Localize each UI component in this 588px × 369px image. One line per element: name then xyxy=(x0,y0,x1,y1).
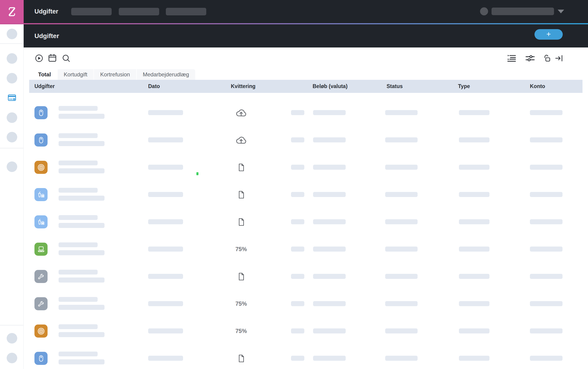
column-header-status[interactable]: Status xyxy=(387,80,403,93)
page-header: Udgifter + xyxy=(24,24,588,48)
skeleton-amount-bar xyxy=(313,165,346,170)
table-row[interactable] xyxy=(24,263,588,290)
column-header-type[interactable]: Type xyxy=(458,80,470,93)
column-header-konto[interactable]: Konto xyxy=(530,80,545,93)
sidebar-item-placeholder[interactable] xyxy=(7,333,17,344)
table-row[interactable] xyxy=(24,208,588,236)
skeleton-status-bar xyxy=(385,219,418,224)
skeleton-konto-bar xyxy=(530,301,563,306)
date-filter-button[interactable] xyxy=(47,52,58,64)
sidebar-item-placeholder[interactable] xyxy=(7,29,17,39)
filter-settings-button[interactable] xyxy=(524,52,536,64)
skeleton-amount-bar xyxy=(313,274,346,279)
receipt-cell[interactable] xyxy=(225,99,257,126)
skeleton-date-bar xyxy=(148,274,183,279)
page-title: Udgifter xyxy=(34,24,59,48)
column-header-dato[interactable]: Dato xyxy=(148,80,160,93)
table-row[interactable]: 75% xyxy=(24,236,588,263)
skeleton-status-bar xyxy=(385,356,418,361)
skeleton-type-bar xyxy=(459,247,489,252)
receipt-cell[interactable]: 75% xyxy=(225,236,257,263)
add-expense-button[interactable]: + xyxy=(535,29,563,40)
skeleton-subtitle-bar xyxy=(59,305,105,310)
column-header-kvittering[interactable]: Kvittering xyxy=(231,80,255,93)
table-row[interactable] xyxy=(24,99,588,126)
receipt-cell[interactable] xyxy=(225,345,257,369)
skeleton-type-bar xyxy=(459,219,489,224)
unlock-icon xyxy=(542,53,552,63)
caret-down-icon[interactable] xyxy=(558,10,564,13)
document-icon xyxy=(236,162,246,172)
topbar-placeholder xyxy=(119,8,159,15)
top-bar: Udgifter xyxy=(0,0,588,23)
skeleton-date-bar xyxy=(148,165,183,170)
table-row[interactable] xyxy=(24,154,588,181)
wrench-icon xyxy=(34,297,48,310)
table-row[interactable] xyxy=(24,126,588,154)
collapse-right-icon xyxy=(555,54,564,63)
target-icon xyxy=(34,325,48,338)
skeleton-type-bar xyxy=(459,274,489,279)
cloud-upload-icon xyxy=(235,106,248,119)
collapse-panel-button[interactable] xyxy=(553,52,565,64)
receipt-cell[interactable] xyxy=(225,181,257,208)
receipt-cell[interactable] xyxy=(225,154,257,181)
skeleton-subtitle-bar xyxy=(59,278,105,282)
skeleton-amount-bar xyxy=(313,219,346,224)
skeleton-subtitle-bar xyxy=(59,114,105,119)
skeleton-konto-bar xyxy=(530,274,563,279)
skeleton-status-bar xyxy=(385,274,418,279)
skeleton-status-bar xyxy=(385,192,418,197)
sidebar-item-placeholder[interactable] xyxy=(7,353,17,363)
skeleton-currency-bar xyxy=(291,219,304,224)
receipt-cell[interactable] xyxy=(225,126,257,154)
tab-kortudgift[interactable]: Kortudgift xyxy=(57,69,94,80)
skeleton-currency-bar xyxy=(291,137,304,142)
search-button[interactable] xyxy=(60,52,72,64)
document-icon xyxy=(236,271,246,282)
skeleton-title-bar xyxy=(59,270,98,275)
receipt-cell[interactable]: 75% xyxy=(225,317,257,345)
table-row[interactable]: 75% xyxy=(24,290,588,317)
tab-kortrefusion[interactable]: Kortrefusion xyxy=(94,69,136,80)
skeleton-subtitle-bar xyxy=(59,168,105,173)
sidebar-item-expenses[interactable] xyxy=(7,93,17,103)
skeleton-type-bar xyxy=(459,137,489,142)
skeleton-type-bar xyxy=(459,329,489,333)
skeleton-status-bar xyxy=(385,247,418,252)
table-row[interactable] xyxy=(24,345,588,369)
skeleton-title-bar xyxy=(59,297,98,302)
group-rows-button[interactable] xyxy=(506,52,517,64)
skeleton-status-bar xyxy=(385,137,418,142)
skeleton-currency-bar xyxy=(291,274,304,279)
receipt-cell[interactable] xyxy=(225,263,257,290)
tab-total[interactable]: Total xyxy=(32,69,57,80)
skeleton-amount-bar xyxy=(313,247,346,252)
run-report-button[interactable] xyxy=(33,52,45,64)
skeleton-type-bar xyxy=(459,301,489,306)
tab-medarbejderudlaeg[interactable]: Medarbejderudlæg xyxy=(136,69,195,80)
fastfood-icon xyxy=(34,215,48,229)
skeleton-status-bar xyxy=(385,301,418,306)
sidebar-item-placeholder[interactable] xyxy=(7,161,17,172)
column-header-udgifter[interactable]: Udgifter xyxy=(34,80,55,93)
sidebar-item-placeholder[interactable] xyxy=(7,53,17,64)
skeleton-status-bar xyxy=(385,165,418,170)
receipt-percent-label: 75% xyxy=(235,328,247,334)
app-logo[interactable] xyxy=(0,0,24,23)
credit-card-icon xyxy=(7,93,17,102)
column-header-beloeb[interactable]: Beløb (valuta) xyxy=(313,80,347,93)
sidebar-item-placeholder[interactable] xyxy=(7,73,17,83)
sidebar-item-placeholder[interactable] xyxy=(7,132,17,142)
table-row[interactable] xyxy=(24,181,588,208)
skeleton-amount-bar xyxy=(313,110,346,115)
user-avatar-placeholder[interactable] xyxy=(480,7,488,15)
skeleton-type-bar xyxy=(459,356,489,361)
receipt-cell[interactable]: 75% xyxy=(225,290,257,317)
lock-toggle-button[interactable] xyxy=(541,52,553,64)
table-row[interactable]: 75% xyxy=(24,317,588,345)
receipt-cell[interactable] xyxy=(225,208,257,236)
skeleton-currency-bar xyxy=(291,165,304,170)
skeleton-subtitle-bar xyxy=(59,141,105,146)
sidebar-item-placeholder[interactable] xyxy=(7,112,17,123)
